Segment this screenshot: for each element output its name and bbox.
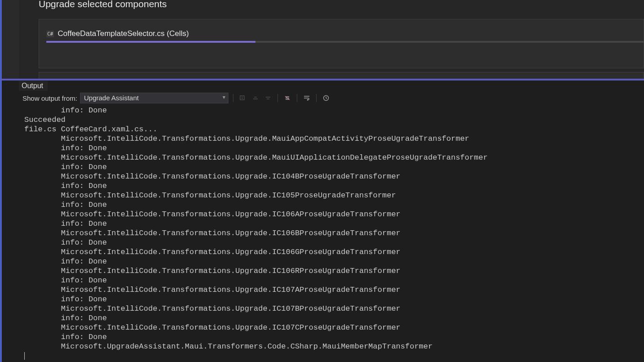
progress-file-row: C# CoffeeDataTemplateSelector.cs (Cells) <box>46 29 189 38</box>
word-wrap-icon[interactable] <box>302 93 312 103</box>
output-panel: Output Show output from: Upgrade Assista… <box>19 80 644 362</box>
next-card-peek <box>39 72 644 79</box>
csharp-file-icon: C# <box>46 31 54 37</box>
output-text-area[interactable]: info: Done Succeeded file.cs CoffeeCard.… <box>19 105 644 361</box>
output-tab-bar: Output <box>19 80 644 91</box>
progress-bar <box>46 41 644 43</box>
output-tab[interactable]: Output <box>19 81 48 91</box>
progress-card: C# CoffeeDataTemplateSelector.cs (Cells) <box>39 19 644 68</box>
next-message-icon[interactable] <box>263 93 273 103</box>
progress-bar-fill <box>46 41 255 43</box>
panel-splitter[interactable] <box>0 79 644 80</box>
output-source-value: Upgrade Assistant <box>84 94 139 102</box>
left-gutter <box>2 0 19 79</box>
timestamp-icon[interactable] <box>321 93 331 103</box>
toolbar-divider <box>277 94 278 102</box>
toolbar-divider <box>297 94 297 102</box>
clear-all-icon[interactable] <box>282 93 292 103</box>
prev-message-icon[interactable] <box>250 93 260 103</box>
toolbar-divider <box>233 94 233 102</box>
upgrade-panel: Upgrade selected components C# CoffeeDat… <box>19 0 644 79</box>
page-title: Upgrade selected components <box>39 0 167 9</box>
toolbar-divider <box>316 94 317 102</box>
svg-rect-0 <box>240 96 244 100</box>
progress-filename: CoffeeDataTemplateSelector.cs (Cells) <box>58 29 189 38</box>
output-source-select[interactable]: Upgrade Assistant <box>80 93 228 103</box>
output-toolbar: Show output from: Upgrade Assistant <box>19 91 644 105</box>
output-source-label: Show output from: <box>22 94 77 102</box>
find-message-icon[interactable] <box>238 93 248 103</box>
